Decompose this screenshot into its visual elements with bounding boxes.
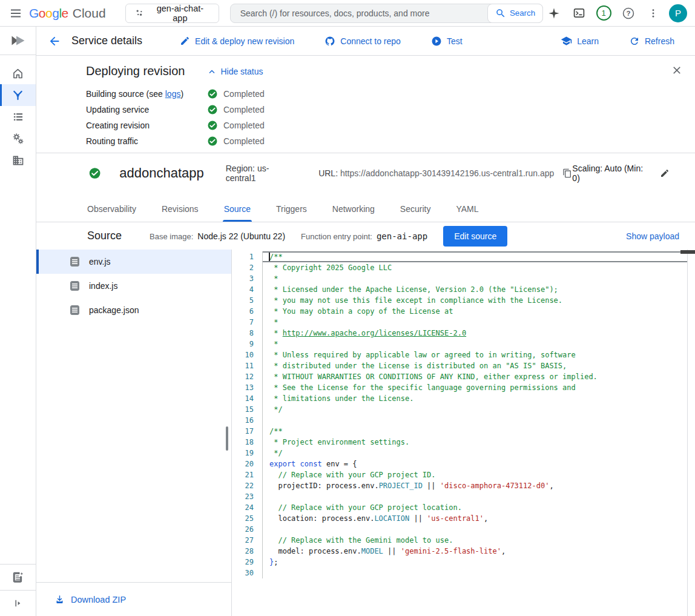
file-panel-scrollbar[interactable] (226, 426, 228, 451)
building-icon (12, 154, 24, 167)
nav-item-integrations[interactable] (0, 128, 36, 150)
close-status-button[interactable] (668, 62, 685, 79)
edit-scaling-button[interactable] (660, 168, 670, 178)
code-line: 22 projectID: process.env.PROJECT_ID || … (232, 480, 695, 491)
file-panel: env.jsindex.jspackage.json Download ZIP (36, 250, 231, 616)
file-list: env.jsindex.jspackage.json (36, 250, 231, 322)
refresh-button[interactable]: Refresh (625, 35, 678, 47)
gemini-sparkle-icon (547, 7, 561, 20)
test-button[interactable]: Test (427, 35, 466, 47)
logs-link[interactable]: logs (165, 89, 181, 99)
service-scaling: Scaling: Auto (Min: 0) (572, 164, 650, 183)
project-picker[interactable]: gen-ai-chat-app (125, 4, 219, 23)
main-menu-button[interactable] (5, 2, 27, 24)
edit-source-button[interactable]: Edit source (443, 226, 507, 247)
file-item-env.js[interactable]: env.js (36, 250, 231, 274)
nav-item-jobs[interactable] (0, 106, 36, 128)
deploy-status-panel: Deploying revision Hide status Building … (36, 56, 695, 153)
tab-networking[interactable]: Networking (331, 204, 376, 222)
line-number: 25 (232, 513, 262, 524)
nav-rail-items (0, 55, 36, 171)
file-item-index.js[interactable]: index.js (36, 274, 231, 298)
line-number: 7 (232, 317, 262, 328)
line-number: 22 (232, 480, 262, 491)
more-options-button[interactable] (642, 2, 664, 24)
code-editor[interactable]: 1/**2 * Copyright 2025 Google LLC3 *4 * … (231, 250, 695, 616)
file-item-package.json[interactable]: package.json (36, 298, 231, 322)
copy-url-button[interactable] (562, 168, 572, 178)
back-button[interactable] (46, 33, 63, 50)
help-button[interactable]: ? (618, 2, 639, 24)
source-header: Source Base image:Node.js 22 (Ubuntu 22)… (36, 222, 695, 250)
release-notes-icon (12, 571, 24, 583)
gemini-button[interactable] (543, 2, 565, 24)
code-text: /** (262, 251, 695, 262)
file-name: env.js (89, 257, 111, 267)
top-bar: Google Cloud gen-ai-chat-app Search (/) … (0, 0, 695, 27)
tab-security[interactable]: Security (399, 204, 432, 222)
show-payload-link[interactable]: Show payload (626, 231, 679, 241)
cloud-run-logo (0, 27, 36, 55)
status-row: Routing trafficCompleted (86, 133, 695, 149)
service-url-value[interactable]: https://addonchatapp-301439142196.us-cen… (340, 168, 554, 178)
code-line: 4 * Licensed under the Apache License, V… (232, 284, 695, 295)
search-button[interactable]: Search (487, 4, 543, 23)
search-input[interactable]: Search (/) for resources, docs, products… (231, 4, 488, 22)
code-text: export const env = { (262, 459, 695, 469)
cloud-shell-icon (573, 7, 585, 19)
gears-icon (12, 132, 25, 145)
notifications-button[interactable]: 1 (593, 2, 614, 24)
file-panel-footer: Download ZIP (36, 582, 231, 616)
release-notes-button[interactable] (0, 565, 36, 590)
tab-yaml[interactable]: YAML (455, 204, 479, 222)
back-arrow-icon (48, 35, 61, 48)
line-number: 21 (232, 469, 262, 480)
nav-item-domains[interactable] (0, 150, 36, 171)
status-step-label: Building source (see logs) (86, 89, 207, 99)
page-header: Service details Edit & deploy new revisi… (36, 27, 695, 56)
learn-button[interactable]: Learn (557, 35, 602, 47)
status-step-state: Completed (207, 104, 265, 115)
hide-status-link[interactable]: Hide status (206, 66, 263, 77)
github-icon (324, 36, 335, 47)
project-name: gen-ai-chat-app (150, 4, 210, 23)
tab-triggers[interactable]: Triggers (275, 204, 308, 222)
code-text (262, 524, 695, 535)
home-icon (12, 67, 24, 80)
editor-scrollbar-thumb[interactable] (680, 250, 695, 254)
header-actions: Edit & deploy new revision Connect to re… (176, 35, 466, 47)
nav-item-services[interactable] (0, 84, 36, 106)
tab-observability[interactable]: Observability (86, 204, 137, 222)
status-panel-title: Deploying revision (86, 64, 185, 78)
tab-source[interactable]: Source (223, 204, 252, 222)
line-number: 29 (232, 557, 262, 568)
code-line: 9 * (232, 339, 695, 349)
code-text: /** (262, 426, 695, 437)
code-line: 26 (232, 524, 695, 535)
connect-repo-button[interactable]: Connect to repo (321, 35, 404, 47)
status-step-label: Updating service (86, 105, 207, 114)
status-step-label: Routing traffic (86, 136, 207, 146)
expand-panel-icon (13, 598, 24, 609)
nav-item-home[interactable] (0, 62, 36, 84)
project-icon (134, 8, 144, 18)
expand-rail-button[interactable] (0, 591, 36, 616)
cloud-shell-button[interactable] (568, 2, 590, 24)
code-text: * (262, 273, 695, 284)
google-cloud-logo[interactable]: Google Cloud (29, 6, 106, 21)
service-ok-icon (88, 167, 101, 180)
global-search[interactable]: Search (/) for resources, docs, products… (230, 4, 543, 23)
list-icon (12, 111, 24, 123)
graduation-cap-icon (561, 35, 572, 47)
line-number: 13 (232, 382, 262, 393)
tab-revisions[interactable]: Revisions (160, 204, 200, 222)
services-fork-icon (12, 89, 24, 102)
line-number: 15 (232, 404, 262, 415)
download-zip-button[interactable]: Download ZIP (54, 594, 126, 604)
check-circle-icon (207, 88, 218, 99)
account-button[interactable]: P (667, 2, 689, 24)
close-icon (671, 64, 683, 76)
edit-deploy-button[interactable]: Edit & deploy new revision (176, 35, 298, 47)
line-number: 10 (232, 349, 262, 360)
code-line: 24 // Replace with your GCP project loca… (232, 502, 695, 513)
